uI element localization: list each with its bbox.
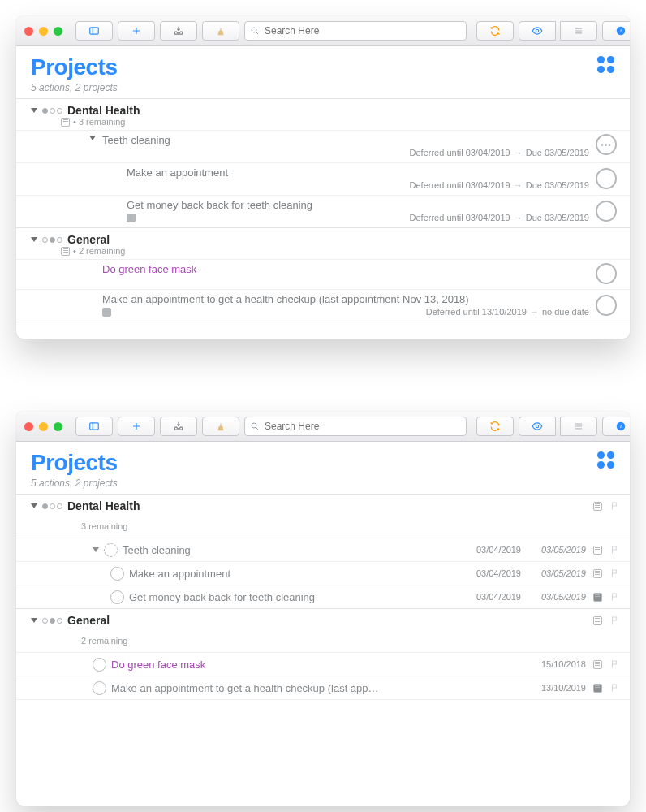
window-controls	[24, 27, 62, 36]
project-type-icon	[42, 237, 62, 243]
task-row[interactable]: Make an appointment Deferred until 03/04…	[16, 162, 630, 195]
disclosure-triangle-icon[interactable]	[31, 237, 37, 242]
cleanup-button[interactable]	[202, 21, 239, 41]
project-name: General	[67, 233, 110, 246]
note-column-icon[interactable]	[591, 546, 604, 555]
inspector-button[interactable]: i	[602, 417, 630, 436]
disclosure-triangle-icon[interactable]	[89, 136, 96, 140]
task-title: Get money back back for teeth cleaning	[127, 199, 589, 211]
flag-column-icon[interactable]	[609, 659, 622, 669]
task-title: Make an appointment	[127, 166, 589, 179]
task-row[interactable]: Teeth cleaning Deferred until 03/04/2019…	[16, 130, 630, 162]
flag-column-icon[interactable]	[609, 615, 622, 625]
sidebar-toggle-button[interactable]	[75, 417, 113, 436]
note-icon	[61, 118, 70, 127]
disclosure-triangle-icon[interactable]	[93, 547, 99, 552]
task-row[interactable]: Do green face mask	[16, 259, 630, 289]
note-column-icon[interactable]	[591, 660, 604, 669]
svg-text:i: i	[620, 423, 622, 430]
svg-point-4	[252, 28, 256, 32]
status-circle-icon[interactable]	[93, 658, 106, 672]
status-circle-icon[interactable]	[596, 168, 617, 189]
toolbar: i	[16, 16, 630, 46]
note-column-icon[interactable]	[591, 593, 604, 602]
defer-date: 03/04/2019	[461, 592, 521, 602]
list-mode-button[interactable]	[560, 21, 597, 41]
task-title: Make an appointment	[129, 568, 230, 580]
close-icon[interactable]	[24, 27, 33, 36]
minimize-icon[interactable]	[39, 422, 48, 431]
page-header: Projects 5 actions, 2 projects	[16, 442, 630, 494]
task-title: Get money back back for teeth cleaning	[129, 591, 315, 603]
task-row[interactable]: Make an appointment to get a health chec…	[16, 289, 630, 322]
cleanup-button[interactable]	[202, 417, 239, 436]
page-title: Projects	[31, 450, 615, 476]
sync-button[interactable]	[476, 21, 514, 41]
flag-column-icon[interactable]	[609, 545, 622, 555]
more-icon[interactable]: •••	[596, 134, 617, 155]
defer-date: 03/04/2019	[461, 545, 521, 555]
flag-column-icon[interactable]	[609, 501, 622, 511]
status-circle-icon[interactable]	[596, 263, 617, 284]
perspective-icon[interactable]	[597, 451, 615, 469]
task-title: Make an appointment to get a health chec…	[102, 293, 589, 305]
zoom-icon[interactable]	[54, 422, 62, 431]
status-circle-icon[interactable]	[596, 201, 617, 222]
project-type-icon	[42, 108, 62, 114]
note-column-icon[interactable]	[591, 616, 604, 625]
disclosure-triangle-icon[interactable]	[31, 503, 37, 508]
flag-column-icon[interactable]	[609, 568, 622, 578]
svg-rect-0	[90, 28, 99, 34]
toolbar: i	[16, 412, 630, 442]
task-dates: Deferred until 03/04/2019→Due 03/05/2019	[127, 180, 589, 190]
list-mode-button[interactable]	[560, 417, 597, 436]
search-input[interactable]	[263, 420, 461, 433]
close-icon[interactable]	[24, 422, 33, 431]
view-button[interactable]	[519, 21, 556, 41]
status-circle-icon[interactable]	[110, 567, 124, 581]
project-header-general[interactable]: General	[16, 228, 630, 246]
note-column-icon[interactable]	[591, 569, 604, 578]
task-title: Do green face mask	[102, 263, 589, 275]
task-row[interactable]: Get money back back for teeth cleaning D…	[16, 195, 630, 227]
status-circle-icon[interactable]	[104, 543, 118, 557]
task-row[interactable]: Make an appointment 03/04/2019 03/05/201…	[16, 561, 630, 585]
inspector-button[interactable]: i	[602, 21, 630, 41]
task-row[interactable]: Make an appointment to get a health chec…	[16, 676, 630, 699]
search-field[interactable]	[244, 417, 467, 436]
project-header-dental[interactable]: Dental Health	[16, 99, 630, 117]
inbox-button[interactable]	[160, 417, 197, 436]
search-field[interactable]	[244, 21, 467, 41]
disclosure-triangle-icon[interactable]	[31, 618, 37, 623]
page-count: 5 actions, 2 projects	[31, 82, 615, 93]
view-button[interactable]	[519, 417, 556, 436]
flag-column-icon[interactable]	[609, 683, 622, 693]
add-button[interactable]	[118, 21, 155, 41]
flag-column-icon[interactable]	[609, 592, 622, 602]
svg-line-17	[256, 428, 259, 430]
inbox-button[interactable]	[160, 21, 197, 41]
note-icon	[61, 247, 70, 256]
task-row[interactable]: Teeth cleaning 03/04/2019 03/05/2019	[16, 538, 630, 561]
project-row[interactable]: Dental Health	[16, 494, 630, 517]
project-remaining: • 2 remaining	[16, 246, 630, 256]
add-button[interactable]	[118, 417, 155, 436]
task-row[interactable]: Get money back back for teeth cleaning 0…	[16, 585, 630, 608]
note-column-icon[interactable]	[591, 684, 604, 693]
status-circle-icon[interactable]	[110, 590, 124, 604]
perspective-icon[interactable]	[597, 56, 615, 73]
disclosure-triangle-icon[interactable]	[31, 108, 37, 113]
status-circle-icon[interactable]	[93, 681, 106, 695]
search-input[interactable]	[263, 24, 461, 37]
task-row[interactable]: Do green face mask 15/10/2018	[16, 652, 630, 676]
zoom-icon[interactable]	[54, 27, 62, 36]
project-row[interactable]: General	[16, 608, 630, 632]
sync-button[interactable]	[476, 417, 514, 436]
sidebar-toggle-button[interactable]	[75, 21, 113, 41]
project-remaining: • 3 remaining	[16, 117, 630, 127]
window-controls	[24, 422, 62, 431]
page-header: Projects 5 actions, 2 projects	[16, 46, 630, 98]
minimize-icon[interactable]	[39, 27, 48, 36]
status-circle-icon[interactable]	[596, 295, 617, 316]
note-column-icon[interactable]	[591, 502, 604, 511]
